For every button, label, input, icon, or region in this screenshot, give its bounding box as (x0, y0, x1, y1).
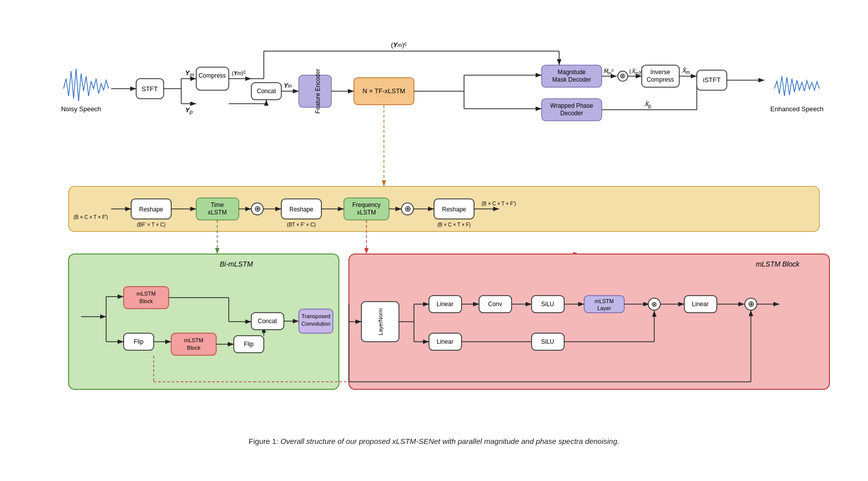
silu2-label: SiLU (541, 338, 554, 345)
svg-text:⊗: ⊗ (651, 300, 657, 308)
concat-label: Concat (257, 88, 276, 95)
mlstm-block1-label: mLSTM (137, 291, 156, 297)
svg-text:Block: Block (187, 345, 201, 351)
freq-xlstm-label: Frequency (352, 201, 381, 208)
svg-text:xLSTM: xLSTM (357, 209, 376, 216)
inverse-compress-label: Inverse (650, 69, 670, 76)
flip2-label: Flip (244, 341, 254, 348)
enhanced-speech-label: Enhanced Speech (770, 105, 823, 113)
caption-prefix: Figure 1: (249, 437, 278, 445)
linear3-label: Linear (437, 338, 453, 345)
reshape1-out-dim: (BF' × T × C) (137, 222, 165, 227)
svg-text:Compress: Compress (647, 76, 674, 83)
svg-text:Mask Decoder: Mask Decoder (552, 76, 591, 83)
mlstm-block2-label: mLSTM (184, 337, 204, 343)
time-xlstm-label: Time (211, 201, 224, 208)
svg-text:xLSTM: xLSTM (208, 209, 227, 216)
bilstm-block-bg (69, 254, 339, 389)
mlstm-block2-box (171, 333, 216, 355)
concat2-label: Concat (258, 318, 277, 325)
figure-container: Noisy Speech Enhanced Speech STFT Ym Yp … (34, 16, 834, 465)
noisy-speech-label: Noisy Speech (61, 105, 101, 113)
bilstm-title: Bi-mLSTM (220, 260, 253, 268)
magnitude-mask-decoder-label: Magnitude (558, 69, 586, 76)
svg-text:⊗: ⊗ (620, 72, 626, 80)
mlstm-block1-box (124, 287, 169, 309)
reshape3-out-dim: (B × C × T × F') (482, 201, 516, 206)
layer-norm-label: LayerNorm (377, 308, 383, 335)
architecture-diagram: Noisy Speech Enhanced Speech STFT Ym Yp … (54, 31, 834, 432)
istft-label: iSTFT (703, 76, 720, 84)
svg-text:⊕: ⊕ (254, 204, 261, 213)
conv-label: Conv (488, 301, 502, 308)
transposed-conv-label: Transposed (301, 313, 330, 319)
linear4-label: Linear (692, 301, 708, 308)
svg-text:Convolution: Convolution (301, 321, 330, 327)
reshape3-in-dim: (B × C × T × F) (438, 222, 471, 227)
svg-text:Decoder: Decoder (560, 110, 583, 117)
reshape2-label: Reshape (289, 206, 313, 213)
mlstm-layer-label: mLSTM (595, 298, 614, 304)
caption-text: Overall structure of our proposed xLSTM-… (280, 437, 619, 445)
yin-label: Yin (284, 82, 292, 89)
wrapped-phase-decoder-label: Wrapped Phase (550, 102, 593, 109)
feature-encoder-label: Feature Encoder (314, 69, 321, 113)
mlstm-block-bg (349, 254, 829, 389)
silu1-label: SiLU (541, 301, 554, 308)
figure-caption: Figure 1: Overall structure of our propo… (54, 437, 814, 445)
svg-text:⊕: ⊕ (404, 204, 411, 213)
mlstm-block-title: mLSTM Block (756, 260, 800, 268)
svg-text:Block: Block (140, 298, 153, 304)
reshape1-input-dim: (B × C × T × F') (74, 214, 108, 220)
stft-label: STFT (142, 85, 158, 93)
reshape2-out-dim: (BT × F' × C) (287, 222, 315, 227)
svg-text:Layer: Layer (597, 305, 611, 311)
svg-text:⊕: ⊕ (748, 300, 754, 308)
flip1-label: Flip (134, 338, 144, 345)
reshape1-label: Reshape (139, 206, 163, 213)
reshape3-label: Reshape (442, 206, 466, 213)
compress-label: Compress (199, 72, 226, 79)
linear1-label: Linear (437, 301, 453, 308)
tf-xlstm-label: N × TF-xLSTM (362, 87, 405, 95)
